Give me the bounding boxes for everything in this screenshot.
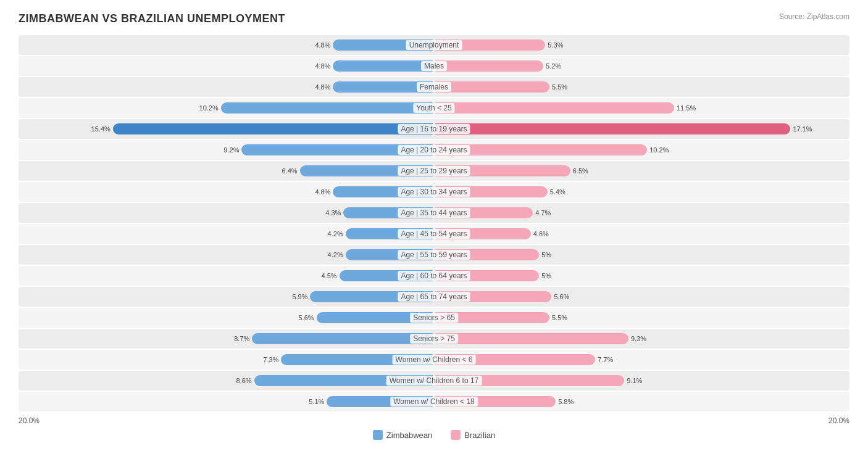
val-right-6: 6.5%	[573, 167, 588, 175]
center-label-6: Age | 25 to 29 years	[398, 166, 470, 176]
val-right-1: 5.2%	[546, 62, 561, 70]
right-side: 5%	[434, 247, 849, 263]
bar-right-2	[435, 81, 549, 93]
val-right-14: 9.3%	[631, 335, 646, 342]
left-side: 5.6%	[19, 310, 434, 326]
right-side: 5.5%	[434, 79, 849, 95]
val-right-3: 11.5%	[677, 104, 696, 112]
left-side: 4.5%	[19, 268, 434, 284]
bar-right-4	[435, 123, 790, 134]
center-label-2: Females	[417, 82, 451, 92]
bar-row: 7.3% Women w/ Children < 6 7.7%	[19, 350, 849, 370]
bar-wrapper: 4.8% Females 5.5%	[19, 79, 849, 95]
val-left-2: 4.8%	[315, 83, 330, 91]
left-side: 15.4%	[19, 121, 434, 137]
bar-row: 8.7% Seniors > 75 9.3%	[19, 329, 849, 349]
chart-body: 4.8% Unemployment 5.3% 4.8% Males 5.2%	[19, 35, 849, 411]
bar-left-1	[333, 60, 433, 72]
center-label-9: Age | 45 to 54 years	[398, 229, 470, 239]
chart-header: ZIMBABWEAN VS BRAZILIAN UNEMPLOYMENT Sou…	[19, 12, 849, 25]
center-label-15: Women w/ Children < 6	[393, 355, 476, 365]
left-side: 4.8%	[19, 184, 434, 200]
left-side: 4.3%	[19, 205, 434, 221]
val-left-3: 10.2%	[199, 104, 219, 112]
right-side: 5.4%	[434, 184, 849, 200]
val-right-12: 5.6%	[554, 293, 569, 300]
bar-wrapper: 8.6% Women w/ Children 6 to 17 9.1%	[19, 373, 849, 389]
bar-row: 15.4% Age | 16 to 19 years 17.1%	[19, 119, 849, 139]
val-right-9: 4.6%	[533, 230, 549, 238]
val-right-11: 5%	[541, 272, 551, 279]
bar-wrapper: 6.4% Age | 25 to 29 years 6.5%	[19, 163, 849, 179]
left-side: 4.2%	[19, 226, 434, 242]
left-side: 4.8%	[19, 79, 434, 95]
val-left-9: 4.2%	[328, 230, 343, 238]
bar-row: 10.2% Youth < 25 11.5%	[19, 98, 849, 118]
right-side: 7.7%	[434, 352, 849, 368]
val-left-15: 7.3%	[263, 356, 278, 363]
val-right-10: 5%	[541, 251, 551, 258]
bar-row: 9.2% Age | 20 to 24 years 10.2%	[19, 140, 849, 160]
center-label-8: Age | 35 to 44 years	[398, 208, 470, 218]
center-label-7: Age | 30 to 34 years	[398, 187, 470, 197]
val-left-14: 8.7%	[234, 335, 249, 342]
left-side: 8.6%	[19, 373, 434, 389]
val-right-13: 5.5%	[552, 314, 567, 321]
chart-source: Source: ZipAtlas.com	[779, 12, 849, 21]
val-left-17: 5.1%	[309, 398, 324, 405]
center-label-1: Males	[421, 61, 447, 71]
bar-left-14	[252, 333, 433, 344]
bar-wrapper: 15.4% Age | 16 to 19 years 17.1%	[19, 121, 849, 137]
bar-wrapper: 5.6% Seniors > 65 5.5%	[19, 310, 849, 326]
left-side: 4.8%	[19, 58, 434, 74]
bar-wrapper: 4.2% Age | 45 to 54 years 4.6%	[19, 226, 849, 242]
bar-wrapper: 5.1% Women w/ Children < 18 5.8%	[19, 394, 849, 410]
left-side: 4.2%	[19, 247, 434, 263]
right-side: 5.5%	[434, 310, 849, 326]
right-side: 9.1%	[434, 373, 849, 389]
right-side: 5.8%	[434, 394, 849, 410]
center-label-0: Unemployment	[406, 40, 462, 50]
legend-label-zim: Zimbabwean	[386, 431, 432, 440]
bar-wrapper: 4.8% Males 5.2%	[19, 58, 849, 74]
right-side: 4.6%	[434, 226, 849, 242]
left-side: 5.9%	[19, 289, 434, 305]
bar-row: 8.6% Women w/ Children 6 to 17 9.1%	[19, 371, 849, 391]
bar-row: 6.4% Age | 25 to 29 years 6.5%	[19, 161, 849, 181]
val-left-0: 4.8%	[315, 41, 330, 49]
bar-row: 4.8% Females 5.5%	[19, 77, 849, 97]
center-label-13: Seniors > 65	[410, 313, 458, 323]
bar-row: 4.3% Age | 35 to 44 years 4.7%	[19, 203, 849, 223]
left-side: 8.7%	[19, 331, 434, 347]
bar-right-14	[435, 333, 628, 344]
bar-left-4	[113, 123, 433, 134]
right-side: 6.5%	[434, 163, 849, 179]
center-label-10: Age | 55 to 59 years	[398, 250, 470, 260]
val-right-7: 5.4%	[550, 188, 565, 196]
bar-row: 4.5% Age | 60 to 64 years 5%	[19, 266, 849, 286]
bar-row: 4.8% Unemployment 5.3%	[19, 35, 849, 55]
bar-row: 5.9% Age | 65 to 74 years 5.6%	[19, 287, 849, 307]
bar-row: 4.2% Age | 45 to 54 years 4.6%	[19, 224, 849, 244]
bar-wrapper: 8.7% Seniors > 75 9.3%	[19, 331, 849, 347]
right-side: 5%	[434, 268, 849, 284]
center-label-4: Age | 16 to 19 years	[398, 124, 470, 134]
center-label-14: Seniors > 75	[410, 334, 458, 344]
val-right-8: 4.7%	[535, 209, 551, 217]
center-label-16: Women w/ Children 6 to 17	[386, 376, 482, 386]
right-side: 5.6%	[434, 289, 849, 305]
val-left-5: 9.2%	[223, 146, 239, 154]
val-right-4: 17.1%	[793, 125, 812, 133]
val-left-11: 4.5%	[322, 272, 337, 279]
val-left-7: 4.8%	[315, 188, 330, 196]
bar-wrapper: 7.3% Women w/ Children < 6 7.7%	[19, 352, 849, 368]
axis-left: 20.0%	[19, 416, 40, 425]
val-left-1: 4.8%	[315, 62, 330, 70]
left-side: 7.3%	[19, 352, 434, 368]
bar-wrapper: 4.8% Age | 30 to 34 years 5.4%	[19, 184, 849, 200]
val-left-8: 4.3%	[325, 209, 341, 217]
right-side: 9.3%	[434, 331, 849, 347]
right-side: 10.2%	[434, 142, 849, 158]
right-side: 4.7%	[434, 205, 849, 221]
bar-wrapper: 4.2% Age | 55 to 59 years 5%	[19, 247, 849, 263]
